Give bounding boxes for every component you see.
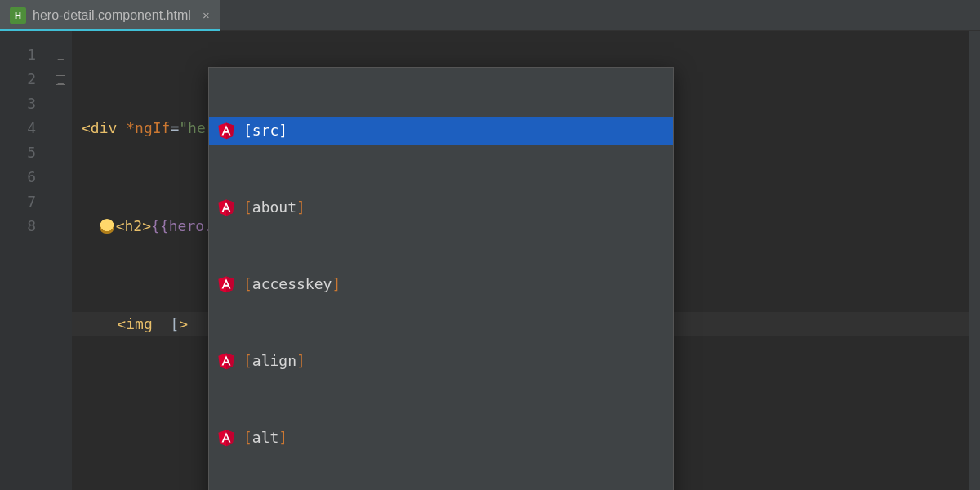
angular-icon — [217, 429, 235, 447]
directive: *ngIf — [126, 119, 170, 136]
completion-popup: [src] [about] [accesskey] [align] [alt] … — [208, 67, 674, 490]
line-number: 4 — [0, 116, 36, 140]
fold-icon[interactable] — [56, 51, 65, 60]
editor: 1 2 3 4 5 6 7 8 <div *ngIf="hero"> <h2>{… — [0, 31, 980, 490]
completion-label: src — [252, 122, 279, 139]
scrollbar[interactable] — [969, 31, 980, 490]
punct: < — [82, 119, 91, 136]
tag-name: h2 — [125, 217, 143, 234]
punct: < — [116, 217, 125, 234]
line-number: 2 — [0, 67, 36, 91]
code-area[interactable]: <div *ngIf="hero"> <h2>{{hero.name}} det… — [72, 31, 980, 490]
tag-name: div — [91, 119, 126, 136]
tag-name: img — [126, 315, 161, 332]
editor-tab[interactable]: H hero-detail.component.html × — [0, 0, 220, 30]
punct: > — [179, 315, 188, 332]
line-number: 5 — [0, 140, 36, 165]
fold-icon[interactable] — [56, 75, 65, 85]
tab-filename: hero-detail.component.html — [33, 8, 191, 23]
punct: = — [170, 119, 179, 136]
completion-item[interactable]: [src] — [209, 117, 673, 145]
angular-icon — [217, 352, 235, 370]
line-number: 6 — [0, 165, 36, 189]
line-number: 1 — [0, 42, 36, 67]
completion-label: about — [252, 198, 296, 216]
line-number: 8 — [0, 214, 36, 238]
completion-item[interactable]: [alt] — [209, 424, 673, 452]
punct: < — [117, 315, 126, 332]
line-number: 3 — [0, 91, 36, 116]
intention-bulb-icon[interactable] — [100, 219, 114, 234]
punct: > — [142, 217, 151, 234]
html-file-icon: H — [10, 7, 26, 24]
angular-icon — [217, 275, 235, 293]
line-number-gutter: 1 2 3 4 5 6 7 8 — [0, 31, 49, 490]
completion-label: alt — [252, 429, 279, 446]
completion-item[interactable]: [accesskey] — [209, 270, 673, 298]
angular-icon — [217, 198, 235, 216]
close-icon[interactable]: × — [203, 8, 210, 22]
line-number: 7 — [0, 189, 36, 214]
completion-item[interactable]: [align] — [209, 347, 673, 375]
angular-icon — [217, 122, 235, 140]
attr-start: [ — [162, 315, 180, 332]
completion-label: accesskey — [252, 275, 332, 292]
completion-item[interactable]: [about] — [209, 194, 673, 221]
completion-label: align — [252, 352, 296, 369]
tab-bar: H hero-detail.component.html × — [0, 0, 980, 31]
fold-gutter — [49, 31, 72, 490]
